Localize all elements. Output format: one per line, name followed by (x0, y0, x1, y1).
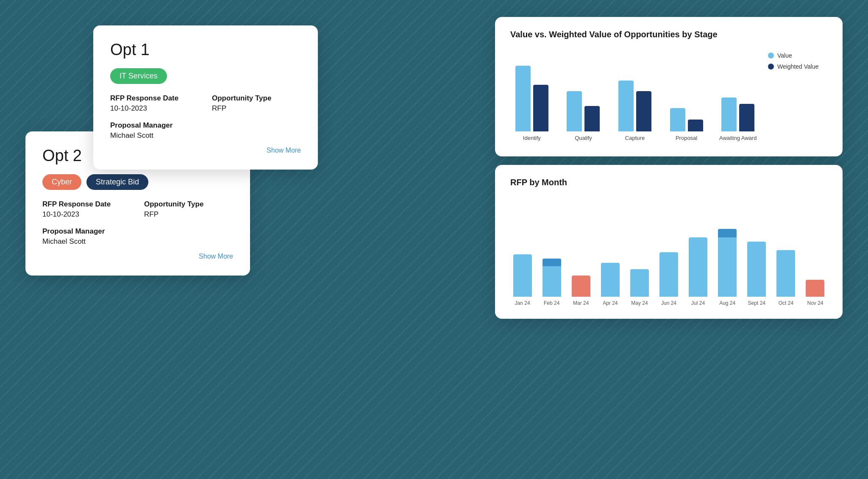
bar-group-vw: Capture (613, 55, 657, 141)
opp-type-value-2: RFP (144, 210, 233, 219)
bar-value (618, 81, 634, 131)
bar-group-bars-vw (721, 55, 754, 131)
bar-value (670, 108, 685, 131)
month-label: Jul 24 (691, 300, 705, 306)
badge-strategic-bid: Strategic Bid (86, 174, 148, 190)
chart-vw-inner: IdentifyQualifyCaptureProposalAwaiting A… (510, 48, 827, 141)
legend-dot-value (768, 53, 774, 58)
month-group: Aug 24 (715, 203, 740, 306)
month-bar (747, 242, 766, 297)
card-opt2-fields: RFP Response Date 10-10-2023 Opportunity… (42, 200, 233, 246)
bar-weighted (739, 104, 754, 131)
rfp-date-value: 10-10-2023 (110, 104, 199, 113)
show-more-btn-opt1[interactable]: Show More (110, 147, 301, 154)
bar-value (515, 66, 531, 131)
month-group: Sept 24 (745, 203, 769, 306)
month-bar (776, 250, 795, 297)
opp-type-group-2: Opportunity Type RFP (144, 200, 233, 219)
month-bar-cap (718, 229, 737, 237)
month-bar (806, 280, 824, 297)
proposal-mgr-label-2: Proposal Manager (42, 227, 131, 236)
bar-group-label-vw: Qualify (575, 135, 592, 141)
legend-weighted: Weighted Value (768, 63, 827, 70)
month-bar (689, 237, 707, 297)
chart-vw-legend: Value Weighted Value (768, 48, 827, 141)
month-label: Sept 24 (748, 300, 765, 306)
bar-group-label-vw: Identify (523, 135, 541, 141)
bar-group-label-vw: Awaiting Award (719, 135, 757, 141)
badge-cyber: Cyber (42, 174, 81, 190)
charts-area: Value vs. Weighted Value of Opportunitie… (495, 17, 843, 319)
opp-type-label: Opportunity Type (212, 94, 301, 103)
rfp-month-title: RFP by Month (510, 178, 827, 187)
bar-group-label-vw: Capture (625, 135, 645, 141)
legend-value-label: Value (777, 52, 792, 59)
month-bar-container (513, 203, 532, 297)
month-label: Apr 24 (603, 300, 618, 306)
card-opt1-badges: IT Services (110, 68, 301, 84)
month-bar-container (542, 203, 561, 297)
bar-weighted (688, 120, 703, 131)
month-group: Jun 24 (657, 203, 681, 306)
bar-weighted (584, 106, 600, 131)
month-bar-container (601, 203, 620, 297)
month-group: Nov 24 (803, 203, 827, 306)
month-group: Apr 24 (598, 203, 622, 306)
month-bar (718, 229, 737, 297)
month-label: Jun 24 (661, 300, 676, 306)
card-opt1-title: Opt 1 (110, 41, 301, 59)
rfp-date-label-2: RFP Response Date (42, 200, 131, 209)
proposal-mgr-group-2: Proposal Manager Michael Scott (42, 227, 131, 246)
month-label: Nov 24 (807, 300, 823, 306)
month-group: May 24 (627, 203, 651, 306)
show-more-btn-opt2[interactable]: Show More (42, 253, 233, 260)
chart-vw-card: Value vs. Weighted Value of Opportunitie… (495, 17, 843, 156)
month-group: Jan 24 (510, 203, 534, 306)
rfp-date-group-2: RFP Response Date 10-10-2023 (42, 200, 131, 219)
bar-group-bars-vw (515, 55, 548, 131)
legend-value: Value (768, 52, 827, 59)
month-bar (601, 263, 620, 297)
month-bar (659, 252, 678, 297)
month-bar-container (718, 203, 737, 297)
bar-value (721, 97, 737, 131)
badge-it-services: IT Services (110, 68, 167, 84)
rfp-date-group: RFP Response Date 10-10-2023 (110, 94, 199, 113)
month-group: Jul 24 (686, 203, 710, 306)
proposal-mgr-group: Proposal Manager Michael Scott (110, 121, 199, 140)
rfp-date-label: RFP Response Date (110, 94, 199, 103)
month-label: Feb 24 (544, 300, 559, 306)
proposal-mgr-value: Michael Scott (110, 131, 199, 140)
bar-group-label-vw: Proposal (676, 135, 697, 141)
month-bar (630, 269, 649, 297)
proposal-mgr-label: Proposal Manager (110, 121, 199, 130)
card-opt1-fields: RFP Response Date 10-10-2023 Opportunity… (110, 94, 301, 140)
bar-group-vw: Proposal (665, 55, 708, 141)
month-bar-container (776, 203, 795, 297)
chart-vw-title: Value vs. Weighted Value of Opportunitie… (510, 30, 827, 39)
month-label: Jan 24 (515, 300, 530, 306)
month-bar-container (747, 203, 766, 297)
bar-group-bars-vw (618, 55, 651, 131)
bar-weighted (533, 85, 548, 131)
legend-weighted-label: Weighted Value (777, 63, 819, 70)
month-label: Aug 24 (719, 300, 735, 306)
rfp-date-value-2: 10-10-2023 (42, 210, 131, 219)
proposal-mgr-value-2: Michael Scott (42, 237, 131, 246)
opp-type-value: RFP (212, 104, 301, 113)
month-bar-container (630, 203, 649, 297)
card-opt1: Opt 1 IT Services RFP Response Date 10-1… (93, 25, 318, 170)
card-opt2-badges: Cyber Strategic Bid (42, 174, 233, 190)
legend-dot-weighted (768, 64, 774, 70)
chart-rfp-month-card: RFP by Month Jan 24Feb 24Mar 24Apr 24May… (495, 165, 843, 319)
bar-chart-month: Jan 24Feb 24Mar 24Apr 24May 24Jun 24Jul … (510, 196, 827, 306)
month-group: Feb 24 (540, 203, 564, 306)
bar-value (567, 91, 582, 131)
month-bar (542, 259, 561, 297)
month-bar (513, 254, 532, 297)
bar-group-vw: Identify (510, 55, 554, 141)
bar-group-vw: Awaiting Award (716, 55, 760, 141)
month-label: May 24 (631, 300, 648, 306)
bar-weighted (636, 91, 651, 131)
bar-group-bars-vw (670, 55, 703, 131)
